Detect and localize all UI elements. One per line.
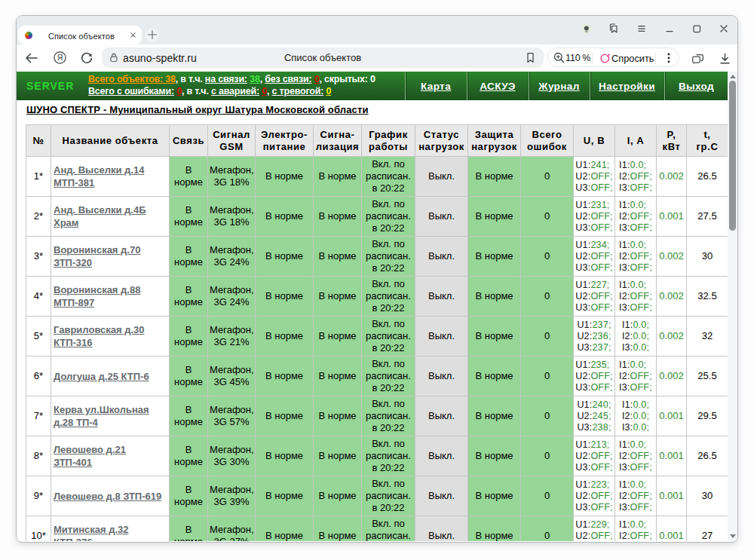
svg-text:Я: Я [57,53,63,62]
